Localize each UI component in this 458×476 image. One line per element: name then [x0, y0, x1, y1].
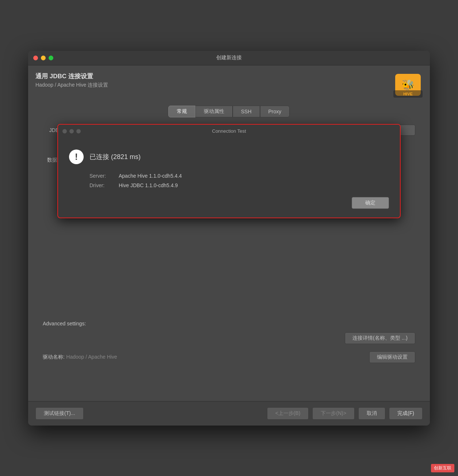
sub-title: Hadoop / Apache Hive 连接设置	[35, 82, 108, 88]
next-button[interactable]: 下一步(N)>	[312, 407, 355, 420]
svg-text:🐝: 🐝	[402, 79, 415, 91]
edit-driver-button[interactable]: 编辑驱动设置	[369, 351, 415, 363]
driver-row: Driver: Hive JDBC 1.1.0-cdh5.4.9	[89, 182, 389, 188]
footer: 测试链接(T)... <上一步(B) 下一步(N)> 取消 完成(F)	[28, 401, 430, 426]
back-button[interactable]: <上一步(B)	[267, 407, 309, 420]
title-bar: 创建新连接	[28, 51, 430, 65]
connection-test-dialog: Connection Test ! 已连接 (2821 ms) Server: …	[57, 124, 401, 218]
tab-driver-props[interactable]: 驱动属性	[195, 106, 233, 117]
bottom-form: Advanced settings: 连接详情(名称、类型 ...) 驱动名称:…	[28, 315, 430, 372]
finish-button[interactable]: 完成(F)	[389, 407, 423, 420]
connected-text: 已连接 (2821 ms)	[89, 152, 141, 161]
maximize-button[interactable]	[49, 56, 53, 60]
driver-value: Hive JDBC 1.1.0-cdh5.4.9	[119, 182, 178, 188]
footer-right: <上一步(B) 下一步(N)> 取消 完成(F)	[267, 407, 423, 420]
main-title: 通用 JDBC 连接设置	[35, 72, 108, 80]
server-label: Server:	[89, 173, 111, 179]
window-title: 创建新连接	[216, 54, 242, 61]
close-button[interactable]	[33, 56, 38, 60]
header-left: 通用 JDBC 连接设置 Hadoop / Apache Hive 连接设置	[35, 72, 108, 88]
driver-name-label: 驱动名称:	[43, 354, 65, 360]
alert-icon: !	[69, 150, 84, 164]
connection-details-button[interactable]: 连接详情(名称、类型 ...)	[345, 332, 415, 344]
dialog-min-btn	[69, 129, 74, 133]
dialog-max-btn	[76, 129, 81, 133]
watermark: 创新互联	[431, 464, 454, 472]
dialog-btn-row: 确定	[69, 197, 389, 209]
hive-logo: 🐝 HIVE	[393, 72, 423, 98]
dialog-controls	[62, 129, 81, 133]
tab-general[interactable]: 常规	[168, 106, 195, 117]
main-window: 创建新连接 通用 JDBC 连接设置 Hadoop / Apache Hive …	[28, 51, 430, 426]
connected-row: ! 已连接 (2821 ms)	[69, 150, 389, 164]
confirm-button[interactable]: 确定	[352, 197, 389, 209]
header: 通用 JDBC 连接设置 Hadoop / Apache Hive 连接设置 🐝…	[28, 65, 430, 102]
driver-label: Driver:	[89, 182, 111, 188]
dialog-title: Connection Test	[212, 128, 246, 134]
driver-name-value: Hadoop / Apache Hive	[66, 354, 117, 360]
server-value: Apache Hive 1.1.0-cdh5.4.4	[119, 173, 182, 179]
dialog-close-btn	[62, 129, 67, 133]
tab-ssh[interactable]: SSH	[233, 106, 260, 117]
driver-name-row: 驱动名称: Hadoop / Apache Hive 编辑驱动设置	[43, 351, 415, 363]
minimize-button[interactable]	[41, 56, 46, 60]
advanced-settings-label: Advanced settings:	[43, 321, 415, 326]
footer-left: 测试链接(T)...	[35, 407, 84, 420]
test-connection-button[interactable]: 测试链接(T)...	[35, 407, 84, 420]
tab-proxy[interactable]: Proxy	[260, 106, 290, 117]
tabs: 常规 驱动属性 SSH Proxy	[28, 102, 430, 123]
connection-details-row: 连接详情(名称、类型 ...)	[43, 332, 415, 344]
svg-text:HIVE: HIVE	[403, 91, 413, 96]
cancel-button[interactable]: 取消	[358, 407, 385, 420]
dialog-body: ! 已连接 (2821 ms) Server: Apache Hive 1.1.…	[69, 150, 389, 209]
dialog-info: Server: Apache Hive 1.1.0-cdh5.4.4 Drive…	[89, 173, 389, 188]
server-row: Server: Apache Hive 1.1.0-cdh5.4.4	[89, 173, 389, 179]
window-controls	[33, 56, 53, 60]
dialog-titlebar: Connection Test	[58, 125, 400, 138]
